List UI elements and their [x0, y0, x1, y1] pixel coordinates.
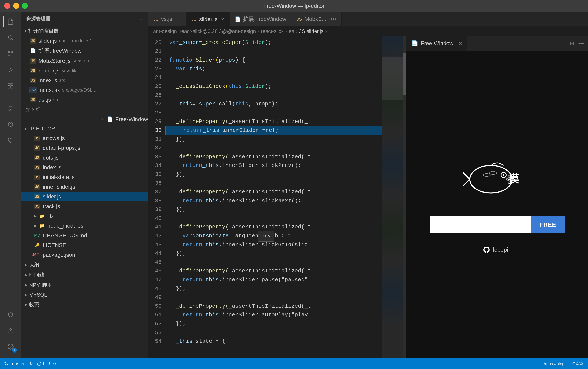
bookmark-icon: [8, 105, 13, 111]
mysql-header[interactable]: ▶ MYSQL: [21, 290, 148, 299]
activity-bar: 1: [0, 12, 21, 359]
code-line: _defineProperty(_assertThisInitialized(_…: [165, 117, 382, 126]
activity-icon-account[interactable]: [3, 323, 18, 338]
list-item[interactable]: JS initial-state.js: [21, 172, 148, 182]
breadcrumb-part: ant-design_react-slick@0.28.3@@ant-desig…: [153, 28, 256, 34]
breadcrumb-separator: ›: [285, 28, 287, 34]
open-editors-header[interactable]: ▾ 打开的编辑器: [21, 26, 148, 36]
npm-header[interactable]: ▶ NPM 脚本: [21, 280, 148, 290]
clock-icon: [8, 121, 13, 127]
tabs-bar: JS vs.js JS slider.js ✕ 📄 扩展: freeWindow…: [148, 12, 588, 27]
list-item[interactable]: JS slider.js node_modules/...: [21, 36, 148, 46]
list-item[interactable]: ✕ 📄 Free-Window: [21, 114, 148, 124]
list-item[interactable]: JSX index.jsx src/pages/DSL...: [21, 85, 148, 95]
list-item[interactable]: ▶ 📁 node_modules: [21, 221, 148, 231]
activity-icon-settings[interactable]: 1: [3, 339, 18, 354]
errors-indicator[interactable]: 0 0: [37, 361, 56, 367]
sidebar: 资源管理器 ... ▾ 打开的编辑器 JS slider.js node_mod…: [21, 12, 148, 359]
chevron-right-icon: ▶: [24, 283, 28, 287]
sync-indicator[interactable]: ↻: [29, 361, 33, 367]
panel-tab-free-window[interactable]: 📄 Free-Window ✕: [406, 36, 467, 51]
list-item[interactable]: 📄 扩展: freeWindow: [21, 46, 148, 56]
list-item[interactable]: JSON package.json: [21, 250, 148, 260]
github-link[interactable]: lecepin: [483, 246, 512, 254]
code-editor[interactable]: 2021222324 2526272829 30 3132333435 3637…: [148, 36, 406, 359]
js-file-icon: JS: [30, 37, 36, 44]
vertical-scrollbar[interactable]: [403, 36, 406, 359]
folder-icon: 📁: [39, 222, 45, 229]
tab-vs-js[interactable]: JS vs.js: [148, 12, 186, 26]
list-item[interactable]: MD CHANGELOG.md: [21, 231, 148, 240]
minimize-button[interactable]: [13, 3, 19, 9]
svg-point-1: [8, 54, 10, 56]
line-numbers: 2021222324 2526272829 30 3132333435 3637…: [148, 36, 165, 359]
activity-icon-explorer[interactable]: [3, 14, 18, 29]
activity-icon-timeline[interactable]: [3, 117, 18, 132]
activity-icon-source-control[interactable]: [3, 46, 18, 61]
scrollbar-thumb[interactable]: [403, 53, 406, 95]
activity-icon-bookmarks[interactable]: [3, 101, 18, 116]
code-line: _defineProperty(_assertThisInitialized(_…: [165, 302, 382, 311]
list-item[interactable]: 🔑 LICENSE: [21, 240, 148, 250]
list-item[interactable]: JS index.js src: [21, 75, 148, 85]
close-icon[interactable]: ✕: [101, 117, 104, 122]
chevron-right-icon: ▶: [34, 214, 37, 218]
list-item[interactable]: JS dsl.js src: [21, 95, 148, 105]
tab-label: 扩展: freeWindow: [243, 15, 286, 23]
js-file-icon: JS: [34, 203, 41, 210]
breadcrumb-separator: ›: [325, 28, 327, 34]
timeline-header[interactable]: ▶ 时间线: [21, 270, 148, 280]
list-item[interactable]: JS index.js: [21, 163, 148, 172]
maximize-button[interactable]: [22, 3, 28, 9]
extensions-icon: [7, 83, 14, 89]
tab-more-icon[interactable]: •••: [330, 16, 336, 22]
editor-split: 2021222324 2526272829 30 3132333435 3637…: [148, 36, 588, 359]
outline-header[interactable]: ▶ 大纲: [21, 260, 148, 270]
minimap-slider[interactable]: [382, 57, 403, 100]
tab-freewindow[interactable]: 📄 扩展: freeWindow: [230, 12, 292, 26]
close-button[interactable]: [4, 3, 10, 9]
list-item[interactable]: JS MobxStore.js src/store: [21, 56, 148, 66]
branch-indicator[interactable]: master: [4, 361, 25, 367]
list-item[interactable]: ▶ 📁 lib: [21, 211, 148, 221]
sidebar-more-button[interactable]: ...: [138, 16, 143, 21]
window-controls[interactable]: [4, 3, 28, 9]
files-icon: [7, 18, 14, 25]
github-username: lecepin: [493, 246, 512, 253]
list-item-slider[interactable]: JS slider.js: [21, 192, 148, 201]
split-editor-icon[interactable]: ⊞: [570, 41, 574, 47]
list-item[interactable]: JS dots.js: [21, 153, 148, 163]
code-line: _this.state = {: [165, 337, 382, 346]
sidebar-header: 资源管理器 ...: [21, 12, 148, 26]
github-icon: [483, 246, 490, 254]
list-item[interactable]: JS render.js src/utils: [21, 66, 148, 75]
lp-editor-header[interactable]: ▾ LP-EDITOR: [21, 124, 148, 133]
code-line: });: [165, 205, 382, 214]
list-item[interactable]: JS arrows.js: [21, 133, 148, 143]
code-content[interactable]: var _super = _createSuper(Slider); funct…: [165, 36, 382, 359]
js-tab-icon: JS: [191, 17, 197, 22]
js-tab-icon: JS: [153, 17, 159, 22]
activity-icon-remote[interactable]: [3, 307, 18, 322]
activity-icon-search[interactable]: [3, 30, 18, 45]
free-button[interactable]: FREE: [531, 216, 565, 233]
md-file-icon: MD: [34, 232, 41, 239]
panel-tab-label: Free-Window: [421, 40, 453, 47]
list-item[interactable]: JS inner-slider.js: [21, 182, 148, 192]
activity-icon-extensions[interactable]: [3, 78, 18, 93]
more-actions-icon[interactable]: •••: [578, 41, 584, 47]
free-window-search-input[interactable]: [430, 216, 531, 233]
sidebar-content: ▾ 打开的编辑器 JS slider.js node_modules/... 📄…: [21, 26, 148, 359]
list-item[interactable]: JS default-props.js: [21, 143, 148, 153]
list-item[interactable]: JS track.js: [21, 201, 148, 211]
tab-mobxs[interactable]: JS MobxS... •••: [292, 12, 342, 26]
tab-close-button[interactable]: ✕: [221, 17, 224, 22]
panel-close-button[interactable]: ✕: [459, 41, 462, 46]
tab-label: MobxS...: [304, 16, 326, 22]
run-icon: [7, 67, 14, 73]
chevron-down-icon: ▾: [24, 29, 26, 33]
activity-icon-favorites[interactable]: [3, 133, 18, 148]
bookmarks-header[interactable]: ▶ 收藏: [21, 299, 148, 310]
activity-icon-run[interactable]: [3, 62, 18, 77]
tab-slider-js[interactable]: JS slider.js ✕: [186, 12, 230, 26]
